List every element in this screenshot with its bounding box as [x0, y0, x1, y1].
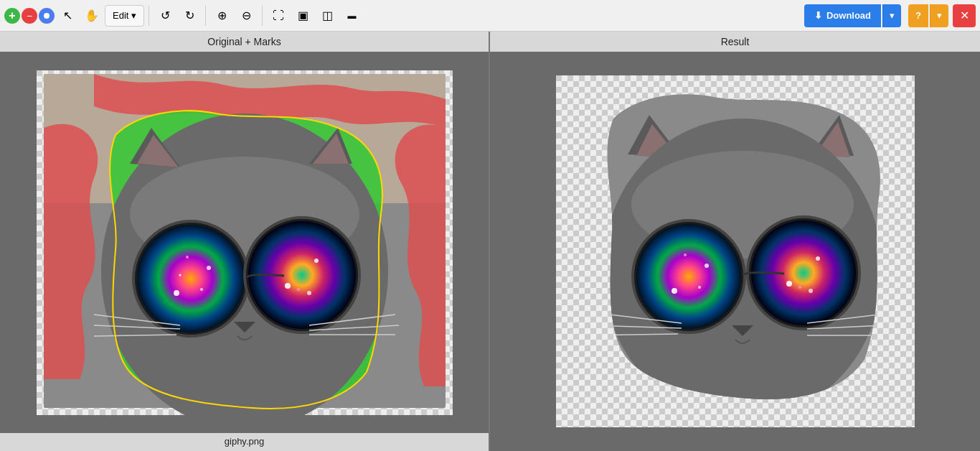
add-tool-button[interactable]: + [4, 8, 20, 24]
left-canvas[interactable] [37, 70, 453, 415]
right-pane-title: Result [490, 32, 980, 52]
download-icon: ⬇ [814, 10, 822, 21]
svg-point-17 [174, 290, 179, 296]
zoom-in-button[interactable]: ⊕ [210, 4, 233, 27]
edit-button[interactable]: Edit ▾ [105, 5, 144, 27]
help-dropdown-icon: ▾ [937, 10, 942, 21]
pan-tool-button[interactable]: ✋ [80, 4, 103, 27]
svg-point-25 [307, 291, 311, 295]
left-image-area[interactable] [0, 52, 489, 433]
svg-point-21 [179, 274, 181, 276]
zoom-in-icon: ⊕ [217, 9, 227, 22]
svg-point-53 [786, 281, 792, 287]
help-button[interactable]: ? [908, 4, 928, 27]
zoom-out-button[interactable]: ⊖ [235, 4, 258, 27]
plus-icon: + [9, 9, 15, 22]
svg-point-56 [809, 289, 813, 293]
edit-dropdown-icon: ▾ [131, 10, 136, 21]
download-label: Download [826, 10, 871, 21]
download-dropdown-button[interactable]: ▾ [882, 4, 901, 27]
svg-point-23 [314, 259, 319, 263]
svg-point-52 [698, 286, 701, 289]
zoom-out-icon: ⊖ [242, 9, 251, 22]
svg-point-49 [672, 288, 677, 294]
hand-icon: ✋ [85, 9, 99, 22]
svg-point-22 [285, 283, 291, 289]
original-size-button[interactable]: ▣ [291, 4, 314, 27]
arrow-icon: ↖ [63, 9, 72, 22]
right-image-svg [556, 75, 915, 427]
close-icon: ✕ [960, 9, 969, 22]
svg-point-18 [207, 266, 211, 270]
right-image-area [490, 52, 980, 451]
main-area: Original + Marks [0, 32, 980, 451]
original-size-icon: ▣ [298, 9, 308, 22]
hide-icon: ▬ [347, 11, 356, 21]
fit-icon: ⛶ [273, 9, 284, 22]
download-dropdown-icon: ▾ [890, 10, 895, 21]
divider-1 [149, 6, 149, 26]
undo-button[interactable]: ↺ [154, 4, 176, 27]
svg-point-54 [816, 256, 820, 261]
divider-3 [262, 6, 263, 26]
left-pane-title: Original + Marks [0, 32, 489, 52]
edit-label: Edit [113, 10, 128, 21]
filename-label: giphy.png [0, 433, 489, 451]
right-pane: Result [490, 32, 980, 451]
minus-icon: − [27, 10, 32, 22]
hide-button[interactable]: ▬ [340, 4, 363, 27]
help-dropdown-button[interactable]: ▾ [930, 4, 948, 27]
fit-window-button[interactable]: ⛶ [267, 4, 290, 27]
svg-point-19 [186, 256, 189, 259]
left-pane: Original + Marks [0, 32, 490, 451]
close-button[interactable]: ✕ [953, 4, 976, 27]
download-button[interactable]: ⬇ Download [804, 4, 881, 27]
svg-point-46 [636, 224, 741, 329]
svg-point-50 [705, 264, 709, 268]
svg-point-14 [137, 225, 245, 333]
compare-icon: ◫ [322, 9, 333, 22]
svg-point-20 [200, 288, 203, 291]
blue-tool-button[interactable] [39, 8, 55, 24]
undo-icon: ↺ [161, 9, 170, 22]
divider-2 [205, 6, 206, 26]
compare-button[interactable]: ◫ [316, 4, 339, 27]
remove-tool-button[interactable]: − [22, 8, 37, 24]
help-label: ? [915, 10, 921, 21]
redo-icon: ↻ [185, 9, 194, 22]
dot-icon [44, 13, 50, 19]
svg-point-51 [684, 254, 687, 256]
svg-point-55 [798, 286, 801, 289]
svg-point-24 [297, 288, 300, 291]
left-image-svg [37, 70, 453, 415]
select-tool-button[interactable]: ↖ [56, 4, 79, 27]
redo-button[interactable]: ↻ [178, 4, 201, 27]
toolbar: + − ↖ ✋ Edit ▾ ↺ ↻ ⊕ ⊖ ⛶ ▣ [0, 0, 980, 32]
